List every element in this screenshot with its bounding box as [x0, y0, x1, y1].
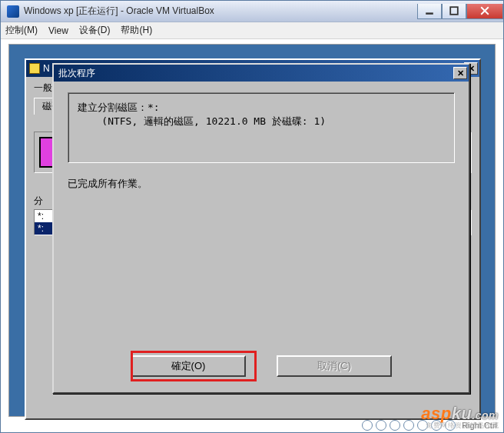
host-titlebar: Windows xp [正在运行] - Oracle VM VirtualBox [1, 1, 503, 22]
svg-rect-1 [450, 7, 458, 15]
cd-activity-icon [376, 420, 386, 431]
window-controls [417, 4, 503, 19]
maximize-button[interactable] [442, 4, 466, 19]
batch-dialog: 批次程序 ✕ 建立分割磁區：*: (NTFS, 邏輯的磁區, 10221.0 M… [52, 63, 470, 394]
hdd-activity-icon [362, 420, 373, 431]
output-line-1: 建立分割磁區：*: [78, 102, 160, 113]
guest-display: N ✕ 一般 磁碟 分 *: *: 批次程序 ✕ 建立分割磁區：*: [8, 44, 496, 417]
background-title-fragment: N [43, 63, 50, 74]
watermark-suffix: .com [472, 409, 499, 421]
host-window-title: Windows xp [正在运行] - Oracle VM VirtualBox [24, 5, 214, 18]
watermark-subtitle: 免费网络资源精品收藏 [421, 421, 499, 431]
menu-view[interactable]: View [48, 25, 68, 36]
svg-rect-0 [426, 12, 433, 14]
output-line-2: (NTFS, 邏輯的磁區, 10221.0 MB 於磁碟: 1) [78, 115, 326, 127]
app-icon [29, 63, 40, 74]
cancel-button: 取消(C) [277, 355, 392, 377]
watermark: aspku.com 免费网络资源精品收藏 [421, 404, 499, 431]
dialog-title: 批次程序 [58, 67, 95, 80]
menu-control[interactable]: 控制(M) [5, 24, 38, 37]
close-button[interactable] [466, 4, 503, 19]
status-text: 已完成所有作業。 [68, 177, 455, 191]
ok-button[interactable]: 確定(O) [131, 355, 246, 377]
host-menubar: 控制(M) View 设备(D) 帮助(H) [1, 22, 503, 39]
batch-output: 建立分割磁區：*: (NTFS, 邏輯的磁區, 10221.0 MB 於磁碟: … [68, 92, 455, 163]
menu-devices[interactable]: 设备(D) [79, 24, 111, 37]
usb-activity-icon [403, 420, 414, 431]
menu-help[interactable]: 帮助(H) [121, 24, 152, 37]
virtualbox-icon [7, 5, 19, 18]
network-activity-icon [390, 420, 400, 431]
dialog-close-button[interactable]: ✕ [453, 67, 467, 79]
dialog-button-row: 確定(O) 取消(C) [68, 355, 455, 380]
minimize-button[interactable] [417, 4, 442, 19]
dialog-titlebar: 批次程序 ✕ [54, 65, 469, 82]
